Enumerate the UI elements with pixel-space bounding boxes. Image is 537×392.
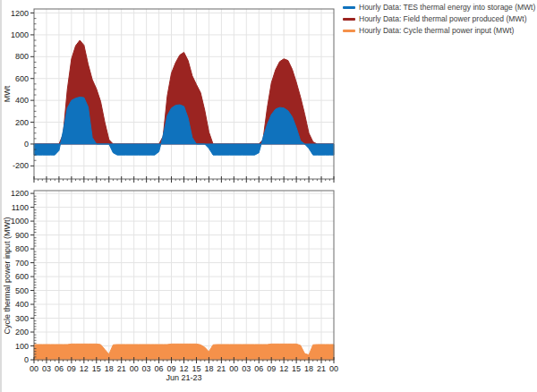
x-tick-label: 18	[105, 364, 114, 373]
x-tick-label: 03	[142, 364, 151, 373]
x-tick-label: 18	[204, 364, 213, 373]
y-tick-label: 300	[15, 314, 29, 323]
y-tick-label: 700	[15, 259, 29, 268]
y-tick-label: 900	[15, 231, 29, 240]
x-tick-label: 12	[80, 364, 89, 373]
y-tick-label: 400	[15, 300, 29, 309]
y-tick-label: 100	[15, 342, 29, 351]
y-tick-label: 200	[15, 328, 29, 337]
y-tick-label: 0	[24, 140, 29, 149]
x-tick-label: 06	[55, 364, 64, 373]
x-tick-label: 03	[42, 364, 51, 373]
x-tick-label: 12	[279, 364, 288, 373]
x-tick-label: 18	[304, 364, 313, 373]
x-tick-label: 21	[117, 364, 126, 373]
y-tick-label: 600	[15, 272, 29, 281]
legend-item-label: Hourly Data: TES thermal energy into sto…	[359, 3, 535, 12]
x-tick-label: 15	[292, 364, 301, 373]
legend-item-label: Hourly Data: Field thermal power produce…	[359, 14, 527, 23]
x-tick-label: 21	[317, 364, 326, 373]
x-tick-label: 09	[67, 364, 76, 373]
y-tick-label: 600	[15, 74, 29, 83]
y-tick-label: 0	[24, 355, 29, 364]
bottom-y-axis-label: Cycle thermal power input (MWt)	[0, 191, 14, 361]
hourly-data-plots[interactable]: -200020040060080010001200010020030040050…	[0, 0, 537, 392]
y-tick-label: -200	[13, 161, 29, 170]
x-tick-label: 09	[267, 364, 276, 373]
legend-swatch	[343, 30, 355, 32]
x-tick-label: 15	[92, 364, 101, 373]
x-tick-label: 03	[242, 364, 251, 373]
x-tick-label: 21	[217, 364, 226, 373]
x-tick-label: 00	[30, 364, 38, 373]
legend-item-0: Hourly Data: TES thermal energy into sto…	[343, 3, 535, 12]
legend-item-1: Hourly Data: Field thermal power produce…	[343, 14, 535, 23]
y-tick-label: 800	[15, 52, 29, 61]
x-tick-label: 12	[179, 364, 188, 373]
y-tick-label: 200	[15, 118, 29, 127]
x-tick-label: 00	[130, 364, 139, 373]
x-tick-label: 00	[329, 364, 338, 373]
x-tick-label: 15	[192, 364, 200, 373]
legend-swatch	[343, 6, 355, 9]
timeseries-viewer: -200020040060080010001200010020030040050…	[0, 0, 537, 392]
top-plot[interactable]: -200020040060080010001200	[11, 9, 334, 183]
legend: Hourly Data: TES thermal energy into sto…	[343, 3, 535, 35]
top-y-axis-label: MWt	[0, 9, 14, 179]
bottom-plot[interactable]: 0100200300400500600700800900100011001200…	[11, 189, 338, 373]
legend-item-label: Hourly Data: Cycle thermal power input (…	[359, 26, 514, 35]
y-tick-label: 400	[15, 96, 29, 105]
x-tick-label: 09	[167, 364, 176, 373]
x-axis-label: Jun 21-23	[34, 373, 334, 382]
x-tick-label: 00	[229, 364, 238, 373]
x-tick-label: 06	[254, 364, 263, 373]
x-tick-label: 06	[155, 364, 164, 373]
legend-swatch	[343, 18, 355, 21]
y-tick-label: 500	[15, 286, 29, 295]
legend-item-2: Hourly Data: Cycle thermal power input (…	[343, 26, 535, 35]
y-tick-label: 800	[15, 244, 29, 253]
